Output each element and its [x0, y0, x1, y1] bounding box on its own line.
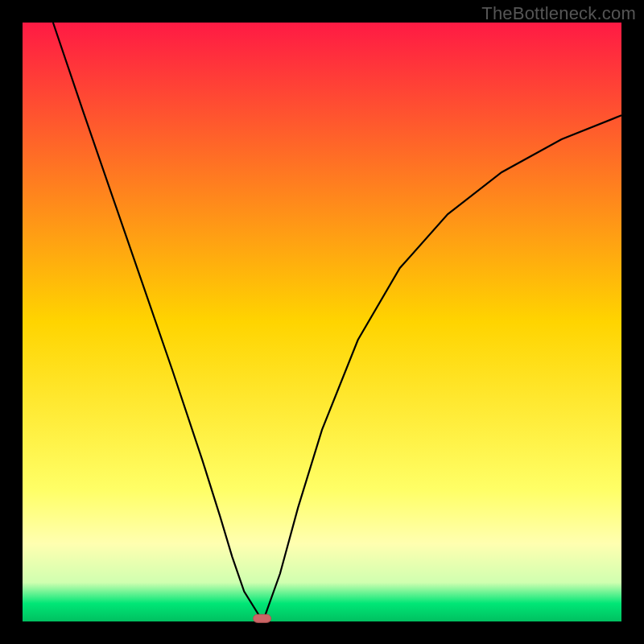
chart-container: { "watermark": "TheBottleneck.com", "col… [0, 0, 644, 644]
watermark-text: TheBottleneck.com [481, 3, 636, 24]
minimum-marker [254, 614, 271, 622]
plot-background [23, 23, 621, 621]
bottleneck-chart [0, 0, 644, 644]
